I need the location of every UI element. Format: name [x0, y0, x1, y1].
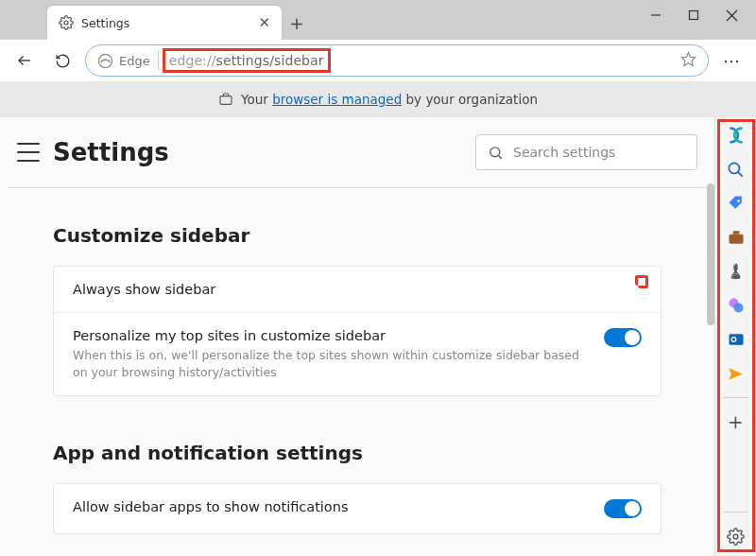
svg-rect-8	[220, 96, 232, 105]
row-personalize-top-sites: Personalize my top sites in customize si…	[54, 312, 661, 395]
titlebar: Settings ✕ +	[0, 0, 756, 40]
svg-point-11	[729, 163, 739, 173]
personalize-toggle[interactable]	[604, 328, 642, 347]
close-button[interactable]	[724, 8, 739, 23]
svg-marker-7	[681, 52, 695, 65]
search-icon[interactable]	[724, 157, 748, 182]
favorite-icon[interactable]	[680, 51, 696, 70]
search-placeholder: Search settings	[513, 145, 615, 160]
tab-settings[interactable]: Settings ✕	[47, 6, 282, 40]
notifications-title: App and notification settings	[53, 442, 662, 464]
svg-point-21	[733, 534, 738, 539]
search-input[interactable]: Search settings	[475, 134, 697, 170]
managed-link[interactable]: browser is managed	[272, 92, 402, 107]
personalize-desc: When this is on, we'll personalize the t…	[73, 347, 589, 380]
highlight-marker	[635, 275, 648, 288]
more-menu-button[interactable]: ⋯	[716, 51, 747, 71]
notifications-card: Allow sidebar apps to show notifications	[53, 483, 662, 534]
sidebar-divider	[724, 397, 748, 398]
personalize-label: Personalize my top sites in customize si…	[73, 328, 589, 343]
nav-toolbar: Edge edge://settings/sidebar ⋯	[0, 40, 756, 81]
edge-logo: Edge	[97, 53, 150, 69]
address-separator	[158, 51, 159, 70]
add-sidebar-app-button[interactable]: +	[724, 409, 748, 434]
svg-point-17	[733, 304, 743, 313]
svg-rect-15	[732, 231, 739, 234]
header-divider	[8, 187, 707, 188]
new-tab-button[interactable]: +	[282, 6, 312, 40]
sidebar-settings-icon[interactable]	[724, 524, 748, 548]
maximize-button[interactable]	[686, 8, 701, 23]
close-icon[interactable]: ✕	[258, 14, 270, 31]
edge-sidebar: ♟️ +	[714, 117, 756, 556]
allow-notifications-toggle[interactable]	[604, 499, 642, 518]
search-icon	[488, 145, 504, 161]
customize-sidebar-card: Always show sidebar Personalize my top s…	[53, 266, 662, 396]
row-allow-notifications: Allow sidebar apps to show notifications	[54, 484, 661, 533]
svg-line-12	[738, 171, 743, 176]
row-always-show-sidebar: Always show sidebar	[54, 267, 661, 312]
deals-icon[interactable]	[724, 191, 748, 216]
svg-line-10	[499, 155, 502, 158]
page-title: Settings	[53, 138, 169, 166]
browser-window: Settings ✕ + Edge edge://settings/sideba…	[0, 0, 756, 556]
tab-title: Settings	[81, 16, 129, 30]
window-controls	[648, 8, 756, 23]
office-icon[interactable]	[724, 293, 748, 318]
settings-main: Settings Search settings Customize sideb…	[0, 117, 714, 556]
tab-strip: Settings ✕ +	[0, 0, 312, 40]
briefcase-icon	[218, 92, 233, 107]
tools-icon[interactable]	[724, 225, 748, 250]
sidebar-divider	[724, 512, 748, 513]
back-button[interactable]	[9, 45, 40, 76]
send-icon[interactable]	[724, 361, 748, 386]
page-header: Settings Search settings	[0, 117, 714, 187]
reload-button[interactable]	[47, 45, 77, 76]
scrollbar[interactable]	[707, 183, 714, 325]
managed-text: Your browser is managed by your organiza…	[241, 92, 538, 107]
outlook-icon[interactable]	[724, 327, 748, 352]
copilot-icon[interactable]	[724, 123, 748, 148]
address-bar[interactable]: Edge edge://settings/sidebar	[85, 44, 709, 77]
section-customize-sidebar: Customize sidebar Always show sidebar Pe…	[0, 224, 714, 534]
url-text: edge://settings/sidebar	[166, 53, 673, 68]
minimize-button[interactable]	[648, 8, 663, 23]
svg-point-6	[98, 54, 112, 67]
allow-notifications-label: Allow sidebar apps to show notifications	[73, 499, 589, 514]
hamburger-icon[interactable]	[17, 143, 40, 162]
svg-rect-2	[690, 11, 698, 20]
svg-point-9	[490, 147, 500, 156]
svg-rect-14	[729, 235, 743, 244]
address-site-label: Edge	[119, 54, 150, 68]
svg-point-13	[737, 200, 740, 202]
managed-banner: Your browser is managed by your organiza…	[0, 81, 756, 117]
games-icon[interactable]: ♟️	[724, 259, 748, 284]
always-show-label: Always show sidebar	[73, 282, 627, 297]
svg-point-0	[64, 21, 68, 25]
gear-icon	[59, 15, 74, 30]
svg-point-20	[731, 338, 734, 340]
customize-sidebar-title: Customize sidebar	[53, 224, 662, 247]
